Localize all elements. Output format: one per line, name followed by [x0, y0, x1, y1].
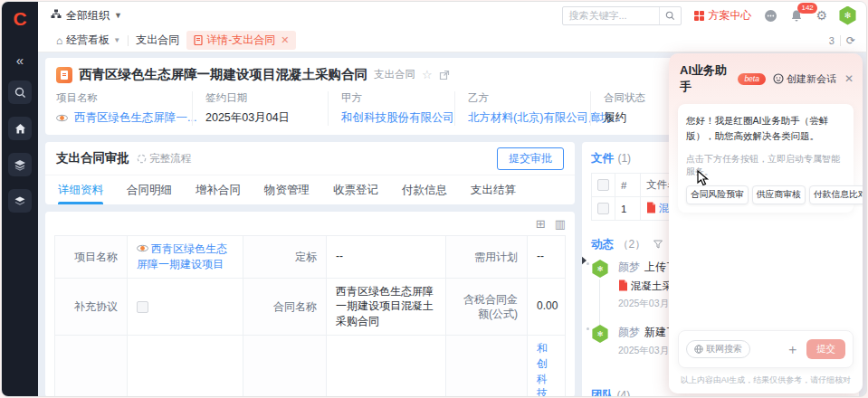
favorite-star-icon[interactable]: ☆ [422, 68, 433, 81]
project-icon [56, 112, 68, 124]
party-a-link[interactable]: 和创科技股份有限公司 [341, 110, 454, 126]
ai-hint: 点击下方任务按钮，立即启动专属智能服务。 [686, 153, 845, 178]
timeline-dot [587, 327, 589, 330]
field-label: 定标 [243, 236, 327, 279]
column-settings-icon[interactable]: ▥ [555, 217, 566, 231]
pdf-icon [646, 202, 656, 213]
field-value [128, 278, 243, 335]
field-label: 含税合同金额(公式) [446, 278, 528, 335]
field-label: 纸质合同金额(元) [243, 335, 327, 397]
full-flow-label: 完整流程 [149, 152, 191, 166]
detail-tab[interactable]: 付款信息 [402, 175, 447, 204]
close-icon[interactable]: ✕ [844, 72, 854, 85]
submit-approval-button[interactable]: 提交审批 [497, 147, 564, 170]
ai-assistant-panel: AI业务助手 beta 创建新会话 ✕ 您好！我是红圈AI业务助手（尝鲜版），助… [669, 53, 863, 393]
global-search [562, 6, 682, 25]
close-icon[interactable]: ✕ [281, 34, 289, 46]
ai-submit-button[interactable]: 提交 [806, 339, 845, 359]
brand-logo[interactable]: C [13, 7, 26, 31]
full-flow-link[interactable]: 完整流程 [137, 152, 191, 166]
beta-badge: beta [738, 73, 766, 85]
settings-button[interactable]: ⚙ [816, 8, 827, 23]
select-all-checkbox[interactable] [597, 179, 609, 191]
header-field-project: 项目名称 西青区绿色生态屏障一... [56, 91, 192, 126]
app-window: C « 全部组织 ▼ [1, 1, 867, 397]
field-label: 签约日期 [205, 91, 315, 105]
new-session-button[interactable]: 创建新会话 [773, 72, 836, 86]
detail-tab[interactable]: 支出结算 [471, 175, 516, 204]
detail-tab[interactable]: 合同明细 [127, 175, 172, 204]
header-field-sign-date: 签约日期 2025年03月04日 [192, 91, 328, 126]
field-label: 合同名称 [243, 278, 327, 335]
header-field-party-b: 乙方 北方材料(北京)有限公司廊坊... [454, 91, 590, 126]
open-external-icon[interactable] [439, 70, 450, 81]
collapse-sidebar-icon[interactable]: « [16, 52, 24, 68]
activity-count: （2） [617, 238, 645, 251]
workspace-tab-bar: ⌂ 经营看板 ▼ 支出合同 详情-支出合同 ✕ 3 ⟳ [38, 29, 866, 52]
form-row: 补充协议合同名称西青区绿色生态屏障一期建设项目混凝土采购合同含税合同金额(公式)… [55, 278, 566, 335]
ai-greeting: 您好！我是红圈AI业务助手（尝鲜版），助您高效解决各类问题。 [686, 113, 845, 145]
activity-user: 颜梦 [618, 326, 640, 338]
tab-contract-detail-active[interactable]: 详情-支出合同 ✕ [186, 31, 296, 50]
field-label: 合同编号 [55, 335, 128, 397]
field-value[interactable]: 和创科技股份有限公司 [528, 335, 566, 397]
approval-title: 支出合同审批 [56, 150, 129, 166]
org-switcher[interactable]: 全部组织 ▼ [51, 8, 122, 24]
tab-dashboard[interactable]: ⌂ 经营看板 ▼ [49, 31, 128, 50]
document-icon [194, 35, 203, 45]
new-session-label: 创建新会话 [787, 72, 836, 86]
field-label: 项目名称 [55, 236, 128, 279]
user-avatar[interactable]: ✻ [838, 6, 857, 25]
new-chat-icon [773, 73, 784, 84]
user-avatar: ✻ [591, 260, 609, 278]
form-row: 合同编号HNT00000023纸质合同金额(元)--甲方和创科技股份有限公司 [55, 335, 566, 397]
detail-form-card: ⊞ ▥ 项目名称西青区绿色生态屏障一期建设项目定标--需用计划--补充协议合同名… [45, 212, 575, 397]
ai-task-button[interactable]: 合同风险预审 [686, 185, 749, 204]
ai-task-button[interactable]: 付款信息比对 [809, 185, 863, 204]
sidebar-modules-button[interactable] [8, 189, 32, 213]
open-tab-count: 3 [829, 35, 835, 46]
field-value[interactable]: 西青区绿色生态屏障一期建设项目 [128, 236, 243, 279]
field-label: 补充协议 [55, 278, 128, 335]
checkbox[interactable] [137, 301, 148, 313]
field-label: 乙方 [468, 91, 577, 105]
file-index: 1 [615, 197, 641, 221]
tab-label: 经营看板 [66, 33, 110, 48]
search-icon [665, 11, 675, 21]
refresh-icon[interactable]: ⟳ [846, 34, 855, 47]
layers-icon [14, 159, 26, 171]
user-avatar: ✻ [591, 325, 609, 343]
sidebar-apps-button[interactable] [8, 153, 32, 176]
field-value: HNT00000023 [128, 335, 243, 397]
home-icon: ⌂ [56, 34, 62, 47]
detail-tab[interactable]: 详细资料 [58, 175, 103, 204]
left-sidebar: C « [2, 2, 38, 396]
top-bar: 全部组织 ▼ 方案中心 142 ⚙ ✻ [38, 2, 866, 29]
sidebar-home-button[interactable] [8, 117, 32, 140]
table-view-icon[interactable]: ⊞ [536, 217, 546, 231]
attach-plus-icon[interactable]: ＋ [786, 341, 799, 358]
notifications-button[interactable]: 142 [790, 9, 803, 23]
detail-tabs: 详细资料合同明细增补合同物资管理收票登记付款信息支出结算 [45, 175, 575, 204]
search-submit-button[interactable] [659, 7, 681, 24]
field-value: 西青区绿色生态屏障一期建设项目混凝土采购合同 [327, 278, 446, 335]
ai-task-button[interactable]: 供应商审核 [752, 185, 806, 204]
detail-tab[interactable]: 收票登记 [333, 175, 378, 204]
file-checkbox[interactable] [597, 203, 609, 214]
sidebar-search-button[interactable] [8, 81, 32, 104]
layers-icon [14, 195, 26, 207]
web-search-toggle[interactable]: 联网搜索 [686, 340, 750, 358]
solution-center-link[interactable]: 方案中心 [694, 8, 751, 24]
ai-input-area[interactable]: 联网搜索 ＋ 提交 [678, 330, 854, 368]
messages-button[interactable] [764, 9, 777, 23]
detail-tab[interactable]: 物资管理 [264, 175, 310, 204]
detail-tab[interactable]: 增补合同 [196, 175, 241, 204]
apps-grid-icon [694, 11, 704, 21]
search-input[interactable] [563, 10, 659, 21]
tab-expense-contract[interactable]: 支出合同 [129, 31, 186, 50]
filter-funnel-icon[interactable] [653, 240, 663, 249]
pdf-icon [618, 280, 628, 291]
web-search-label: 联网搜索 [706, 343, 742, 355]
tab-label: 支出合同 [136, 33, 179, 48]
project-link[interactable]: 西青区绿色生态屏障一... [74, 110, 196, 126]
